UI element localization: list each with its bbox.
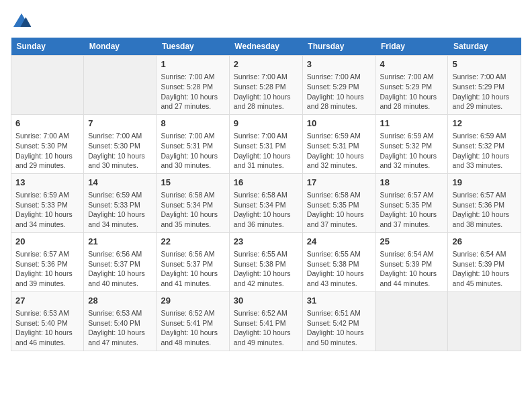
day-number: 19 <box>452 177 517 189</box>
calendar-cell: 26Sunrise: 6:54 AM Sunset: 5:39 PM Dayli… <box>448 232 521 291</box>
day-number: 28 <box>88 295 152 307</box>
cell-content: Sunrise: 7:00 AM Sunset: 5:29 PM Dayligh… <box>380 72 443 111</box>
cell-content: Sunrise: 6:59 AM Sunset: 5:31 PM Dayligh… <box>307 131 371 171</box>
day-number: 20 <box>15 236 79 248</box>
calendar-cell: 22Sunrise: 6:56 AM Sunset: 5:37 PM Dayli… <box>157 232 229 291</box>
cell-content: Sunrise: 6:59 AM Sunset: 5:33 PM Dayligh… <box>15 190 79 230</box>
cell-content: Sunrise: 7:00 AM Sunset: 5:30 PM Dayligh… <box>15 131 79 171</box>
calendar-cell: 10Sunrise: 6:59 AM Sunset: 5:31 PM Dayli… <box>302 114 375 173</box>
cell-content: Sunrise: 6:58 AM Sunset: 5:35 PM Dayligh… <box>307 190 371 230</box>
day-number: 9 <box>234 118 298 130</box>
calendar-cell: 25Sunrise: 6:54 AM Sunset: 5:39 PM Dayli… <box>375 232 448 291</box>
day-number: 14 <box>88 177 152 189</box>
day-number: 18 <box>380 177 443 189</box>
calendar-cell: 31Sunrise: 6:51 AM Sunset: 5:42 PM Dayli… <box>302 291 375 351</box>
day-number: 21 <box>88 236 152 248</box>
cell-content: Sunrise: 7:00 AM Sunset: 5:28 PM Dayligh… <box>161 72 224 111</box>
day-number: 3 <box>307 58 371 71</box>
cell-content: Sunrise: 6:59 AM Sunset: 5:32 PM Dayligh… <box>452 131 517 171</box>
header-monday: Monday <box>84 38 157 56</box>
logo <box>11 11 35 32</box>
calendar-cell: 12Sunrise: 6:59 AM Sunset: 5:32 PM Dayli… <box>448 114 521 173</box>
day-number: 1 <box>161 58 224 71</box>
cell-content: Sunrise: 6:57 AM Sunset: 5:36 PM Dayligh… <box>15 249 79 289</box>
day-number: 15 <box>161 177 224 189</box>
calendar-cell: 15Sunrise: 6:58 AM Sunset: 5:34 PM Dayli… <box>157 173 229 232</box>
calendar-cell: 17Sunrise: 6:58 AM Sunset: 5:35 PM Dayli… <box>302 173 375 232</box>
cell-content: Sunrise: 6:57 AM Sunset: 5:36 PM Dayligh… <box>452 190 517 230</box>
header-tuesday: Tuesday <box>157 38 229 56</box>
logo-icon <box>11 11 32 32</box>
cell-content: Sunrise: 6:51 AM Sunset: 5:42 PM Dayligh… <box>307 308 371 348</box>
day-number: 4 <box>380 58 443 71</box>
cell-content: Sunrise: 6:52 AM Sunset: 5:41 PM Dayligh… <box>161 308 224 348</box>
calendar-cell: 9Sunrise: 7:00 AM Sunset: 5:31 PM Daylig… <box>229 114 302 173</box>
calendar-cell: 1Sunrise: 7:00 AM Sunset: 5:28 PM Daylig… <box>157 56 229 115</box>
day-number: 2 <box>234 58 298 71</box>
calendar-cell <box>375 291 448 351</box>
calendar-cell: 3Sunrise: 7:00 AM Sunset: 5:29 PM Daylig… <box>302 56 375 115</box>
header-thursday: Thursday <box>302 38 375 56</box>
cell-content: Sunrise: 6:56 AM Sunset: 5:37 PM Dayligh… <box>88 249 152 289</box>
calendar-cell: 20Sunrise: 6:57 AM Sunset: 5:36 PM Dayli… <box>11 232 84 291</box>
cell-content: Sunrise: 6:58 AM Sunset: 5:34 PM Dayligh… <box>234 190 298 230</box>
cell-content: Sunrise: 6:53 AM Sunset: 5:40 PM Dayligh… <box>15 308 79 348</box>
calendar-cell: 2Sunrise: 7:00 AM Sunset: 5:28 PM Daylig… <box>229 56 302 115</box>
day-number: 22 <box>161 236 224 248</box>
cell-content: Sunrise: 7:00 AM Sunset: 5:28 PM Dayligh… <box>234 72 298 111</box>
cell-content: Sunrise: 6:58 AM Sunset: 5:34 PM Dayligh… <box>161 190 224 230</box>
calendar-cell: 14Sunrise: 6:59 AM Sunset: 5:33 PM Dayli… <box>84 173 157 232</box>
cell-content: Sunrise: 7:00 AM Sunset: 5:31 PM Dayligh… <box>161 131 224 171</box>
cell-content: Sunrise: 6:54 AM Sunset: 5:39 PM Dayligh… <box>380 249 443 289</box>
calendar-cell: 30Sunrise: 6:52 AM Sunset: 5:41 PM Dayli… <box>229 291 302 351</box>
day-number: 24 <box>307 236 371 248</box>
page-header <box>11 11 521 32</box>
cell-content: Sunrise: 6:55 AM Sunset: 5:38 PM Dayligh… <box>234 249 298 289</box>
calendar-header-row: SundayMondayTuesdayWednesdayThursdayFrid… <box>11 38 521 56</box>
calendar-cell: 5Sunrise: 7:00 AM Sunset: 5:29 PM Daylig… <box>448 56 521 115</box>
calendar-table: SundayMondayTuesdayWednesdayThursdayFrid… <box>11 38 521 351</box>
header-sunday: Sunday <box>11 38 84 56</box>
calendar-cell: 11Sunrise: 6:59 AM Sunset: 5:32 PM Dayli… <box>375 114 448 173</box>
calendar-cell: 21Sunrise: 6:56 AM Sunset: 5:37 PM Dayli… <box>84 232 157 291</box>
calendar-week-row: 1Sunrise: 7:00 AM Sunset: 5:28 PM Daylig… <box>11 56 521 115</box>
day-number: 23 <box>234 236 298 248</box>
calendar-cell: 27Sunrise: 6:53 AM Sunset: 5:40 PM Dayli… <box>11 291 84 351</box>
day-number: 12 <box>452 118 517 130</box>
day-number: 17 <box>307 177 371 189</box>
day-number: 31 <box>307 295 371 307</box>
day-number: 10 <box>307 118 371 130</box>
day-number: 30 <box>234 295 298 307</box>
calendar-cell: 23Sunrise: 6:55 AM Sunset: 5:38 PM Dayli… <box>229 232 302 291</box>
calendar-week-row: 13Sunrise: 6:59 AM Sunset: 5:33 PM Dayli… <box>11 173 521 232</box>
calendar-week-row: 27Sunrise: 6:53 AM Sunset: 5:40 PM Dayli… <box>11 291 521 351</box>
calendar-cell: 6Sunrise: 7:00 AM Sunset: 5:30 PM Daylig… <box>11 114 84 173</box>
day-number: 25 <box>380 236 443 248</box>
calendar-cell: 13Sunrise: 6:59 AM Sunset: 5:33 PM Dayli… <box>11 173 84 232</box>
calendar-cell: 8Sunrise: 7:00 AM Sunset: 5:31 PM Daylig… <box>157 114 229 173</box>
calendar-cell: 7Sunrise: 7:00 AM Sunset: 5:30 PM Daylig… <box>84 114 157 173</box>
cell-content: Sunrise: 7:00 AM Sunset: 5:31 PM Dayligh… <box>234 131 298 171</box>
day-number: 29 <box>161 295 224 307</box>
cell-content: Sunrise: 6:53 AM Sunset: 5:40 PM Dayligh… <box>88 308 152 348</box>
day-number: 16 <box>234 177 298 189</box>
calendar-cell <box>11 56 84 115</box>
calendar-week-row: 6Sunrise: 7:00 AM Sunset: 5:30 PM Daylig… <box>11 114 521 173</box>
calendar-cell: 24Sunrise: 6:55 AM Sunset: 5:38 PM Dayli… <box>302 232 375 291</box>
cell-content: Sunrise: 6:57 AM Sunset: 5:35 PM Dayligh… <box>380 190 443 230</box>
calendar-week-row: 20Sunrise: 6:57 AM Sunset: 5:36 PM Dayli… <box>11 232 521 291</box>
header-wednesday: Wednesday <box>229 38 302 56</box>
day-number: 6 <box>15 118 79 130</box>
calendar-cell: 29Sunrise: 6:52 AM Sunset: 5:41 PM Dayli… <box>157 291 229 351</box>
cell-content: Sunrise: 6:52 AM Sunset: 5:41 PM Dayligh… <box>234 308 298 348</box>
cell-content: Sunrise: 6:55 AM Sunset: 5:38 PM Dayligh… <box>307 249 371 289</box>
calendar-cell: 19Sunrise: 6:57 AM Sunset: 5:36 PM Dayli… <box>448 173 521 232</box>
cell-content: Sunrise: 6:59 AM Sunset: 5:32 PM Dayligh… <box>380 131 443 171</box>
cell-content: Sunrise: 7:00 AM Sunset: 5:30 PM Dayligh… <box>88 131 152 171</box>
day-number: 8 <box>161 118 224 130</box>
day-number: 5 <box>452 58 517 71</box>
cell-content: Sunrise: 6:59 AM Sunset: 5:33 PM Dayligh… <box>88 190 152 230</box>
calendar-cell: 28Sunrise: 6:53 AM Sunset: 5:40 PM Dayli… <box>84 291 157 351</box>
day-number: 7 <box>88 118 152 130</box>
day-number: 13 <box>15 177 79 189</box>
